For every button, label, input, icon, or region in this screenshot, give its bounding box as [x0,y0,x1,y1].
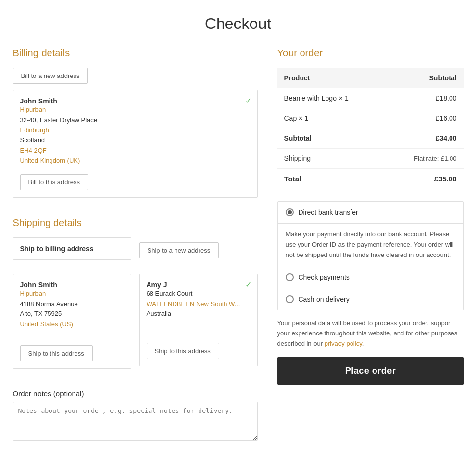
ship-billing-address-card: Ship to billing address [13,237,131,260]
order-item-row-2: Cap × 1 £16.00 [277,108,464,128]
subtotal-col-header: Subtotal [385,68,464,88]
order-notes-section: Order notes (optional) [13,389,258,442]
bill-new-address-button[interactable]: Bill to a new address [13,68,88,84]
privacy-policy-link[interactable]: privacy policy [325,340,362,347]
billing-company: Hipurban [20,105,251,115]
order-item-row-1: Beanie with Logo × 1 £18.00 [277,88,464,108]
billing-section-title: Billing details [13,48,258,59]
billing-street: 32-40, Easter Drylaw Place [20,115,251,126]
shipping-country-1: United States (US) [20,319,124,330]
check-label: Check payments [299,273,350,281]
payment-option-bank-transfer[interactable]: Direct bank transfer [278,202,463,224]
shipping-value: Flat rate: £1.00 [385,149,464,169]
order-table: Product Subtotal Beanie with Logo × 1 £1… [277,68,464,189]
product-col-header: Product [277,68,385,88]
shipping-street-1: 4188 Norma Avenue [20,299,124,309]
payment-section: Direct bank transfer Make your payment d… [277,201,464,310]
ship-to-address-btn-2[interactable]: Ship to this address [147,343,219,359]
order-section-title: Your order [277,48,464,59]
page-title: Checkout [0,0,476,48]
order-notes-label: Order notes (optional) [13,389,258,398]
item-price-1: £18.00 [385,88,464,108]
shipping-section-title: Shipping details [13,217,258,229]
bill-to-this-address-button[interactable]: Bill to this address [20,174,89,190]
shipping-row: Shipping Flat rate: £1.00 [277,149,464,169]
total-label: Total [277,169,385,189]
cod-radio[interactable] [286,295,294,303]
order-notes-input[interactable] [13,402,258,441]
shipping-company-1: Hipurban [20,289,124,299]
shipping-address-card-2: ✓ Amy J 68 Eurack Court WALLENDBEEN New … [139,274,258,366]
subtotal-value: £34.00 [385,128,464,149]
total-value: £35.00 [385,169,464,189]
billing-country: United Kingdom (UK) [20,156,251,166]
shipping-country-2: Australia [147,309,251,319]
shipping-label: Shipping [277,149,385,169]
ship-billing-label: Ship to billing address [20,245,94,253]
item-name-2: Cap × 1 [277,108,385,128]
payment-option-check[interactable]: Check payments [278,266,463,288]
place-order-button[interactable]: Place order [277,357,464,385]
billing-address-card: ✓ John Smith Hipurban 32-40, Easter Dryl… [13,90,258,198]
check-radio[interactable] [286,273,294,281]
item-name-1: Beanie with Logo × 1 [277,88,385,108]
ship-to-address-btn-1[interactable]: Ship to this address [20,345,93,361]
shipping-name-2: Amy J [147,281,251,289]
total-row: Total £35.00 [277,169,464,189]
cod-label: Cash on delivery [299,295,350,303]
shipping-street-2: 68 Eurack Court [147,289,251,299]
billing-region: Scotland [20,135,251,146]
payment-option-cod[interactable]: Cash on delivery [278,288,463,310]
billing-selected-checkmark: ✓ [245,96,251,105]
shipping-name-1: John Smith [20,281,124,289]
bank-transfer-description: Make your payment directly into our bank… [278,224,463,266]
shipping-city-1: Alto, TX 75925 [20,309,124,319]
billing-name: John Smith [20,97,251,105]
shipping-city-2: WALLENDBEEN New South W... [147,299,251,309]
bank-transfer-label: Direct bank transfer [299,208,358,216]
item-price-2: £16.00 [385,108,464,128]
privacy-note: Your personal data will be used to proce… [277,318,464,349]
bank-transfer-radio[interactable] [286,208,294,216]
subtotal-label: Subtotal [277,128,385,149]
shipping-address-card-1: John Smith Hipurban 4188 Norma Avenue Al… [13,274,131,369]
ship-new-address-button[interactable]: Ship to a new address [139,242,219,258]
billing-postcode: EH4 2QF [20,146,251,156]
subtotal-row: Subtotal £34.00 [277,128,464,149]
billing-city: Edinburgh [20,126,251,136]
shipping-selected-checkmark-2: ✓ [245,280,251,289]
